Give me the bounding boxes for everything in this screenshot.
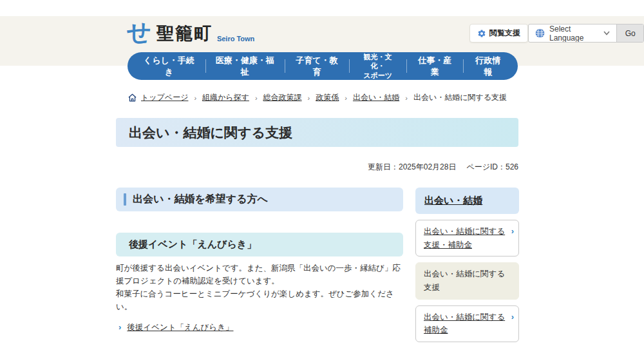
breadcrumb-separator: › bbox=[345, 94, 347, 102]
sidebar-title-card[interactable]: 出会い・結婚 bbox=[415, 188, 519, 214]
page-title: 出会い・結婚に関する支援 bbox=[116, 118, 518, 147]
accessibility-support-label: 閲覧支援 bbox=[489, 28, 520, 39]
section-heading-text: 出会い・結婚を希望する方へ bbox=[133, 193, 268, 206]
gear-icon bbox=[477, 29, 486, 38]
sidebar-item-shien-hojokin[interactable]: 出会い・結婚に関する支援・補助金 › bbox=[415, 220, 519, 256]
language-go-button[interactable]: Go bbox=[616, 24, 643, 42]
home-icon[interactable] bbox=[128, 93, 137, 102]
breadcrumb-separator: › bbox=[255, 94, 258, 102]
page-meta: 更新日：2025年02月28日 ページID：526 bbox=[368, 162, 518, 173]
nav-item-shigoto[interactable]: 仕事・産業 bbox=[406, 52, 463, 80]
sidebar-item-shien-current: 出会い・結婚に関する支援 bbox=[415, 262, 519, 299]
chevron-down-icon bbox=[603, 31, 610, 35]
breadcrumb-link-seisaku[interactable]: 政策係 bbox=[316, 92, 339, 103]
language-select-label: Select Language bbox=[549, 24, 599, 43]
sidebar-item-hojokin[interactable]: 出会い・結婚に関する補助金 › bbox=[415, 305, 519, 342]
chevron-right-icon: › bbox=[511, 310, 514, 324]
accessibility-support-button[interactable]: 閲覧支援 bbox=[469, 24, 528, 43]
subsection-heading: 後援イベント「えんびらき」 bbox=[116, 233, 403, 256]
nav-item-gyousei[interactable]: 行政情報 bbox=[463, 52, 513, 80]
nav-item-iryou[interactable]: 医療・健康・福祉 bbox=[205, 52, 285, 80]
global-nav: くらし・手続き 医療・健康・福祉 子育て・教育 観光・文化・ スポーツ 仕事・産… bbox=[128, 52, 518, 80]
section-heading: 出会い・結婚を希望する方へ bbox=[116, 188, 403, 211]
breadcrumb-link-sougou[interactable]: 総合政策課 bbox=[263, 92, 302, 103]
breadcrumb-current: 出会い・結婚に関する支援 bbox=[413, 92, 507, 103]
updated-date: 更新日：2025年02月28日 bbox=[368, 162, 456, 173]
main-content: 出会い・結婚を希望する方へ 後援イベント「えんびらき」 町が後援する出会いイベン… bbox=[116, 188, 403, 333]
globe-icon bbox=[535, 28, 545, 38]
breadcrumb-separator: › bbox=[405, 94, 408, 102]
breadcrumb-separator: › bbox=[308, 94, 310, 102]
heading-accent-bar bbox=[124, 193, 126, 206]
breadcrumb-link-soshiki[interactable]: 組織から探す bbox=[202, 92, 249, 103]
chevron-right-icon: › bbox=[118, 322, 121, 333]
body-paragraph-1: 町が後援する出会いイベントです。また、新潟県「出会いの一歩・縁結び」応援プロジェ… bbox=[116, 262, 403, 287]
event-link-label: 後援イベント「えんびらき」 bbox=[127, 322, 233, 333]
event-link[interactable]: › 後援イベント「えんびらき」 bbox=[116, 322, 403, 333]
town-emblem-icon: せ bbox=[127, 20, 151, 44]
sidebar: 出会い・結婚 出会い・結婚に関する支援・補助金 › 出会い・結婚に関する支援 出… bbox=[415, 188, 519, 348]
nav-item-kankou[interactable]: 観光・文化・ スポーツ bbox=[349, 52, 406, 80]
nav-item-kosodate[interactable]: 子育て・教育 bbox=[285, 52, 349, 80]
site-logo[interactable]: せ 聖籠町 Seiro Town bbox=[127, 20, 254, 44]
language-widget: Select Language Go bbox=[528, 24, 644, 43]
sidebar-title-link[interactable]: 出会い・結婚 bbox=[424, 195, 482, 206]
page-id: ページID：526 bbox=[466, 162, 518, 173]
breadcrumb-link-deai[interactable]: 出会い・結婚 bbox=[353, 92, 399, 103]
chevron-right-icon: › bbox=[511, 224, 514, 238]
body-paragraph-2: 和菓子に合うコーヒーとミニブーケづくりが楽しめます。ぜひご参加ください。 bbox=[116, 287, 403, 313]
breadcrumb-link-top[interactable]: トップページ bbox=[141, 92, 188, 103]
site-subtitle: Seiro Town bbox=[217, 35, 254, 43]
nav-item-kurashi[interactable]: くらし・手続き bbox=[133, 52, 205, 80]
breadcrumb-separator: › bbox=[194, 94, 196, 102]
breadcrumb: トップページ › 組織から探す › 総合政策課 › 政策係 › 出会い・結婚 ›… bbox=[128, 92, 507, 103]
language-select[interactable]: Select Language bbox=[529, 24, 616, 42]
site-title: 聖籠町 bbox=[156, 24, 213, 44]
